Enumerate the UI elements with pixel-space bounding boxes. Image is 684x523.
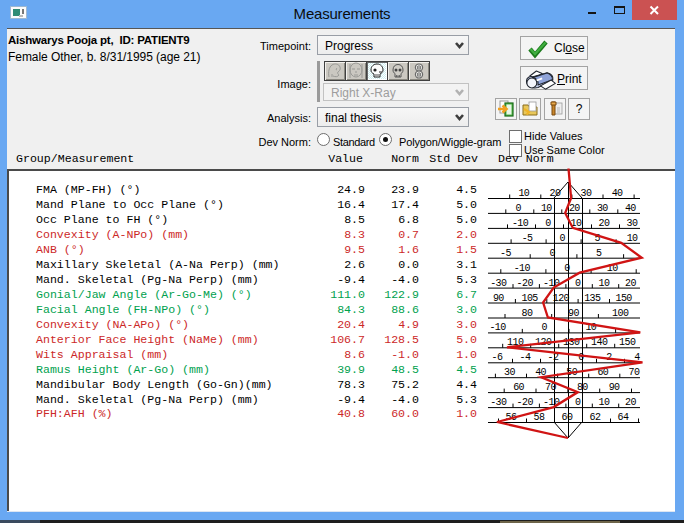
- svg-text:70: 70: [628, 367, 639, 378]
- svg-text:60: 60: [513, 382, 524, 393]
- svg-text:30: 30: [627, 218, 638, 229]
- svg-text:62: 62: [590, 412, 601, 423]
- svg-text:20: 20: [549, 188, 560, 199]
- svg-text:40: 40: [612, 188, 623, 199]
- svg-text:-5: -5: [500, 248, 511, 259]
- svg-text:10: 10: [627, 233, 638, 244]
- svg-text:0: 0: [559, 233, 565, 244]
- svg-text:60: 60: [562, 412, 573, 423]
- svg-text:-30: -30: [490, 278, 507, 289]
- svg-text:20: 20: [625, 278, 636, 289]
- svg-text:-5: -5: [522, 233, 533, 244]
- svg-text:90: 90: [493, 293, 504, 304]
- svg-text:80: 80: [521, 308, 532, 319]
- svg-text:20: 20: [625, 397, 636, 408]
- svg-text:-6: -6: [492, 352, 503, 363]
- svg-text:105: 105: [521, 293, 538, 304]
- svg-text:100: 100: [612, 308, 629, 319]
- svg-text:0: 0: [541, 322, 547, 333]
- svg-text:-10: -10: [543, 397, 560, 408]
- svg-text:-20: -20: [517, 278, 534, 289]
- svg-text:5: 5: [596, 248, 602, 259]
- svg-text:135: 135: [584, 293, 601, 304]
- svg-text:58: 58: [534, 412, 545, 423]
- svg-text:20: 20: [599, 218, 610, 229]
- svg-text:30: 30: [504, 367, 515, 378]
- svg-text:-10: -10: [543, 278, 560, 289]
- svg-text:0: 0: [575, 278, 581, 289]
- svg-text:10: 10: [599, 278, 610, 289]
- svg-text:-10: -10: [512, 218, 529, 229]
- svg-text:30: 30: [597, 203, 608, 214]
- svg-text:-10: -10: [489, 322, 506, 333]
- svg-text:0: 0: [564, 263, 570, 274]
- svg-text:10: 10: [518, 188, 529, 199]
- svg-text:0: 0: [516, 203, 522, 214]
- svg-text:150: 150: [619, 337, 636, 348]
- svg-text:90: 90: [609, 382, 620, 393]
- svg-text:-4: -4: [520, 352, 531, 363]
- svg-text:0: 0: [545, 218, 551, 229]
- svg-text:10: 10: [541, 203, 552, 214]
- svg-text:-10: -10: [514, 263, 531, 274]
- svg-text:10: 10: [599, 397, 610, 408]
- svg-text:20: 20: [569, 203, 580, 214]
- svg-text:150: 150: [615, 293, 632, 304]
- svg-text:64: 64: [618, 412, 629, 423]
- svg-text:-20: -20: [517, 397, 534, 408]
- svg-text:0: 0: [575, 397, 581, 408]
- svg-text:0: 0: [578, 352, 584, 363]
- svg-text:30: 30: [581, 188, 592, 199]
- svg-text:0: 0: [549, 248, 555, 259]
- svg-text:-30: -30: [490, 397, 507, 408]
- svg-text:140: 140: [591, 337, 608, 348]
- svg-text:120: 120: [553, 293, 570, 304]
- svg-text:40: 40: [625, 203, 636, 214]
- svg-text:90: 90: [568, 308, 579, 319]
